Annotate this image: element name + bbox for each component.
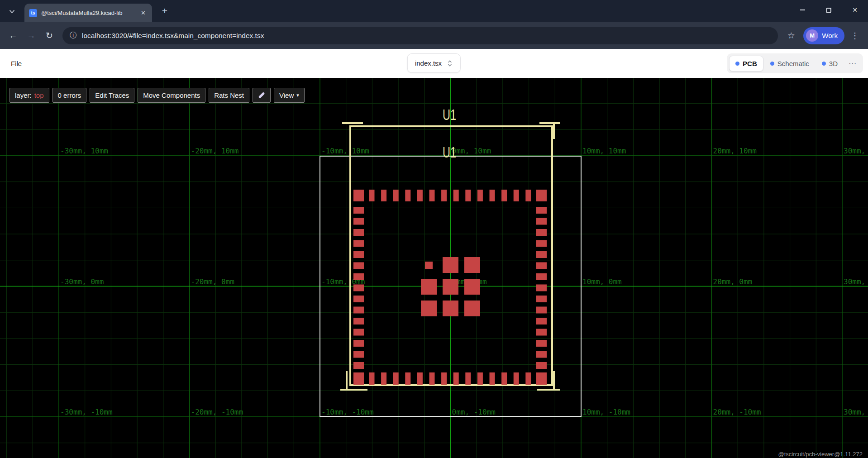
back-button[interactable]: ←	[5, 28, 21, 43]
pcb-toolbar: layer: top 0 errors Edit Traces Move Com…	[10, 88, 305, 103]
profile-name: Work	[822, 32, 838, 39]
browser-tab[interactable]: ts @tsci/MustafaMulla29.kicad-lib ✕	[24, 4, 152, 22]
browser-url-bar: ← → ↻ ⓘ localhost:3020/#file=index.tsx&m…	[0, 22, 868, 49]
svg-text:-30mm, -10mm: -30mm, -10mm	[60, 408, 113, 416]
browser-tab-bar: ts @tsci/MustafaMulla29.kicad-lib ✕ + ✕	[0, 0, 868, 22]
errors-button[interactable]: 0 errors	[52, 88, 87, 103]
window-close-button[interactable]: ✕	[842, 0, 868, 20]
3d-dot-icon	[822, 62, 826, 66]
pcb-dot-icon	[735, 62, 739, 66]
window-minimize-button[interactable]	[789, 0, 816, 20]
url-text: localhost:3020/#file=index.tsx&main_comp…	[82, 32, 264, 40]
unfold-chevrons-icon	[447, 60, 453, 67]
svg-text:-30mm, 10mm: -30mm, 10mm	[60, 147, 108, 155]
layer-label: layer:	[15, 91, 32, 99]
silkscreen-reference-text: U1U1	[443, 106, 456, 161]
view-switcher: PCB Schematic 3D ⋯	[727, 53, 863, 73]
layer-button[interactable]: layer: top	[10, 88, 49, 103]
tab-pcb[interactable]: PCB	[729, 56, 763, 72]
reload-button[interactable]: ↻	[42, 28, 57, 43]
svg-text:10mm, 0mm: 10mm, 0mm	[582, 277, 622, 286]
view-menu-button[interactable]: View ▾	[274, 88, 305, 103]
caret-down-icon: ▾	[296, 92, 299, 98]
browser-menu-button[interactable]: ⋮	[847, 28, 863, 43]
svg-text:30mm, 0mm: 30mm, 0mm	[844, 277, 868, 286]
site-info-icon[interactable]: ⓘ	[70, 31, 77, 40]
move-components-button[interactable]: Move Components	[138, 88, 205, 103]
svg-text:-20mm, -10mm: -20mm, -10mm	[191, 408, 243, 416]
new-tab-button[interactable]: +	[158, 5, 171, 17]
tab-search-button[interactable]	[5, 5, 18, 18]
edit-pencil-button[interactable]	[253, 88, 271, 103]
svg-text:-20mm, 0mm: -20mm, 0mm	[191, 277, 234, 286]
svg-text:-10mm, 10mm: -10mm, 10mm	[321, 147, 369, 155]
svg-text:0mm, 10mm: 0mm, 10mm	[452, 147, 491, 155]
tab-schematic-label: Schematic	[777, 60, 809, 67]
svg-text:0mm, -10mm: 0mm, -10mm	[452, 408, 496, 416]
tab-3d-label: 3D	[829, 60, 838, 67]
component-pads[interactable]	[353, 190, 547, 385]
chevron-down-icon	[9, 10, 15, 14]
viewer-version: @tscircuit/pcb-viewer@1.11.272	[778, 451, 863, 458]
browser-profile-chip[interactable]: M Work	[803, 27, 844, 44]
grid-minor-lines	[0, 78, 868, 458]
file-menu[interactable]: File	[11, 49, 22, 78]
tab-title: @tsci/MustafaMulla29.kicad-lib	[41, 10, 135, 16]
svg-text:30mm, -10mm: 30mm, -10mm	[844, 408, 868, 416]
view-label: View	[279, 91, 294, 99]
minimize-icon	[800, 10, 805, 10]
svg-text:20mm, 10mm: 20mm, 10mm	[713, 147, 757, 155]
svg-text:30mm, 10mm: 30mm, 10mm	[844, 147, 868, 155]
tab-3d[interactable]: 3D	[816, 56, 844, 71]
pcb-canvas[interactable]: -30mm, 10mm-20mm, 10mm-10mm, 10mm0mm, 10…	[0, 78, 868, 458]
svg-text:20mm, -10mm: 20mm, -10mm	[713, 408, 761, 416]
tab-schematic[interactable]: Schematic	[764, 56, 815, 71]
svg-text:-10mm, -10mm: -10mm, -10mm	[321, 408, 374, 416]
forward-button[interactable]: →	[24, 28, 39, 43]
svg-text:-20mm, 10mm: -20mm, 10mm	[191, 147, 239, 155]
svg-text:10mm, 10mm: 10mm, 10mm	[582, 147, 626, 155]
grid-coordinate-labels: -30mm, 10mm-20mm, 10mm-10mm, 10mm0mm, 10…	[60, 147, 868, 416]
svg-text:10mm, -10mm: 10mm, -10mm	[582, 408, 630, 416]
file-selector-dropdown[interactable]: index.tsx	[407, 53, 461, 73]
tab-close-icon[interactable]: ✕	[139, 9, 148, 17]
pcb-drawing[interactable]: -30mm, 10mm-20mm, 10mm-10mm, 10mm0mm, 10…	[0, 78, 868, 458]
address-bar[interactable]: ⓘ localhost:3020/#file=index.tsx&main_co…	[62, 27, 778, 44]
restore-icon	[826, 8, 831, 13]
svg-text:U1: U1	[443, 143, 456, 161]
svg-text:-30mm, 0mm: -30mm, 0mm	[60, 277, 104, 286]
window-restore-button[interactable]	[816, 0, 842, 20]
edit-traces-button[interactable]: Edit Traces	[90, 88, 134, 103]
tab-pcb-label: PCB	[743, 60, 757, 67]
svg-text:20mm, 0mm: 20mm, 0mm	[713, 277, 753, 286]
window-controls: ✕	[789, 0, 868, 20]
bookmark-star-icon[interactable]: ☆	[783, 28, 799, 43]
avatar: M	[806, 29, 818, 42]
pencil-icon	[258, 92, 265, 99]
more-views-icon[interactable]: ⋯	[844, 59, 861, 68]
rats-nest-button[interactable]: Rats Nest	[209, 88, 249, 103]
svg-text:U1: U1	[443, 106, 456, 123]
layer-value: top	[34, 91, 44, 99]
tab-favicon: ts	[29, 9, 37, 17]
file-selector-value: index.tsx	[415, 59, 442, 67]
schematic-dot-icon	[770, 62, 774, 66]
app-header: File index.tsx PCB Schematic 3D ⋯	[0, 49, 868, 78]
